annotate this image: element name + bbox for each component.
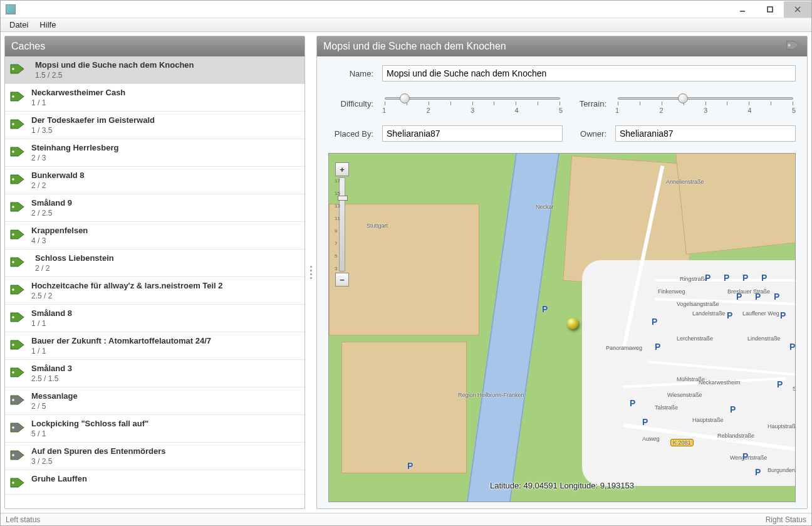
tag-icon xyxy=(9,282,26,297)
parking-icon: P xyxy=(724,273,729,283)
label-placedby: Placed By: xyxy=(328,129,373,139)
cache-sub: 2 / 2 xyxy=(35,264,114,273)
map-label: Vogelsangstraße xyxy=(677,301,719,307)
terrain-slider[interactable]: 12345 xyxy=(615,93,796,114)
label-difficulty: Difficulty: xyxy=(328,99,373,108)
cache-item[interactable]: Schloss Liebenstein2 / 2 xyxy=(5,250,304,277)
menu-help[interactable]: Hilfe xyxy=(34,19,61,31)
zoom-rail[interactable]: 171513119753 xyxy=(339,177,345,271)
parking-icon: P xyxy=(655,342,660,352)
cache-sub: 1 / 1 xyxy=(31,98,125,107)
map-surface[interactable]: RingstraßeFinkenwegLandelstraßeLerchenst… xyxy=(329,154,795,502)
terrain-thumb[interactable] xyxy=(678,93,688,103)
app-icon xyxy=(6,4,16,14)
difficulty-slider[interactable]: 12345 xyxy=(382,93,563,114)
map-label: Burgunderweg xyxy=(768,467,796,473)
svg-point-4 xyxy=(12,68,14,70)
cache-title: Krappenfelsen xyxy=(31,226,88,235)
map-label: Lindenstraße xyxy=(747,335,781,342)
difficulty-thumb[interactable] xyxy=(400,93,410,103)
tag-icon xyxy=(9,448,26,463)
name-field[interactable] xyxy=(382,65,796,82)
cache-item[interactable]: Der Todeskaefer im Geisterwald1 / 3.5 xyxy=(5,112,304,139)
parking-icon: P xyxy=(642,417,648,427)
zoom-out-button[interactable]: − xyxy=(335,273,349,287)
cache-item[interactable]: Lockpicking "Schloss fall auf"5 / 1 xyxy=(5,415,304,443)
cache-text: Lockpicking "Schloss fall auf"5 / 1 xyxy=(31,419,148,438)
parking-icon: P xyxy=(652,317,657,327)
tag-icon xyxy=(9,89,26,104)
tag-icon xyxy=(9,475,26,490)
tag-icon xyxy=(786,39,801,54)
svg-point-15 xyxy=(12,371,14,374)
parking-icon: P xyxy=(780,310,786,320)
cache-item[interactable]: Småland 32.5 / 1.5 xyxy=(5,360,304,387)
close-button[interactable] xyxy=(784,1,811,18)
parking-icon: P xyxy=(542,304,548,314)
map[interactable]: RingstraßeFinkenwegLandelstraßeLerchenst… xyxy=(328,153,796,502)
cache-text: Krappenfelsen4 / 3 xyxy=(31,226,88,245)
cache-title: Lockpicking "Schloss fall auf" xyxy=(31,419,148,428)
cache-text: Schloss Liebenstein2 / 2 xyxy=(35,253,114,273)
cache-item[interactable]: Hochzeitcache für allway'z & lars.neistr… xyxy=(5,277,304,305)
cache-title: Messanlage xyxy=(31,391,78,401)
maximize-button[interactable] xyxy=(756,1,784,18)
cache-title: Småland 9 xyxy=(31,198,72,208)
cache-title: Auf den Spuren des Entenmörders xyxy=(31,446,166,456)
cache-item[interactable]: Krappenfelsen4 / 3 xyxy=(5,222,304,250)
app-window: Datei Hilfe Caches Mopsi und die Suche n… xyxy=(0,0,812,526)
cache-item[interactable]: Småland 81 / 1 xyxy=(5,305,304,332)
parking-icon: P xyxy=(730,404,736,414)
caches-header-title: Caches xyxy=(11,41,45,52)
svg-point-6 xyxy=(12,123,14,125)
latitude-label: Latitude: xyxy=(490,481,521,490)
cache-text: Der Todeskaefer im Geisterwald1 / 3.5 xyxy=(31,115,155,135)
zoom-in-button[interactable]: + xyxy=(335,162,349,176)
cache-item[interactable]: Neckarwestheimer Cash1 / 1 xyxy=(5,84,304,112)
cache-sub: 1 / 3.5 xyxy=(31,126,155,135)
parking-icon: P xyxy=(727,310,732,320)
tag-icon xyxy=(9,392,26,408)
menu-file[interactable]: Datei xyxy=(4,19,33,31)
cache-item[interactable]: Auf den Spuren des Entenmörders3 / 2.5 xyxy=(5,443,304,470)
minimize-button[interactable] xyxy=(729,1,756,18)
cache-text: Bunkerwald 82 / 2 xyxy=(31,171,85,190)
svg-point-13 xyxy=(12,316,14,318)
status-right: Right Status xyxy=(766,515,806,524)
main-area: Caches Mopsi und die Suche nach dem Knoc… xyxy=(1,32,811,513)
cache-title: Bauer der Zukunft : Atomkartoffelautomat… xyxy=(31,336,211,345)
cache-item[interactable]: Gruhe Lauffen xyxy=(5,470,304,495)
cache-sub: 1 / 1 xyxy=(31,319,72,328)
owner-field[interactable] xyxy=(615,125,796,142)
cache-sub: 2 / 5 xyxy=(31,402,78,411)
longitude-value: 9,193153 xyxy=(600,481,634,490)
map-label: Lauffener Weg xyxy=(742,310,779,317)
splitter[interactable] xyxy=(309,36,313,509)
cache-text: Hochzeitcache für allway'z & lars.neistr… xyxy=(31,281,223,300)
svg-point-14 xyxy=(12,344,14,346)
detail-pane: Mopsi und die Suche nach dem Knochen Nam… xyxy=(316,36,808,509)
cache-text: Bauer der Zukunft : Atomkartoffelautomat… xyxy=(31,336,211,355)
svg-point-20 xyxy=(788,44,791,46)
cache-sub: 1.5 / 2.5 xyxy=(35,71,194,80)
statusbar: Left status Right Status xyxy=(1,513,811,525)
svg-point-7 xyxy=(12,150,14,153)
cache-item[interactable]: Steinhang Herrlesberg2 / 3 xyxy=(5,139,304,167)
cache-item[interactable]: Messanlage2 / 5 xyxy=(5,387,304,415)
svg-point-10 xyxy=(12,233,14,236)
cache-item[interactable]: Bauer der Zukunft : Atomkartoffelautomat… xyxy=(5,332,304,360)
cache-list[interactable]: Mopsi und die Suche nach dem Knochen1.5 … xyxy=(5,56,304,508)
detail-header: Mopsi und die Suche nach dem Knochen xyxy=(317,36,807,56)
cache-pin[interactable] xyxy=(567,318,578,329)
map-label: Wengertstraße xyxy=(730,455,767,461)
zoom-handle[interactable] xyxy=(338,196,348,201)
cache-item[interactable]: Småland 92 / 2.5 xyxy=(5,194,304,222)
svg-point-8 xyxy=(12,178,14,181)
parking-icon: P xyxy=(630,398,635,408)
parking-icon: P xyxy=(407,461,413,471)
cache-item[interactable]: Mopsi und die Suche nach dem Knochen1.5 … xyxy=(5,56,304,84)
cache-item[interactable]: Bunkerwald 82 / 2 xyxy=(5,167,304,194)
placedby-field[interactable] xyxy=(382,125,563,142)
svg-rect-1 xyxy=(768,7,773,12)
cache-title: Hochzeitcache für allway'z & lars.neistr… xyxy=(31,281,223,290)
